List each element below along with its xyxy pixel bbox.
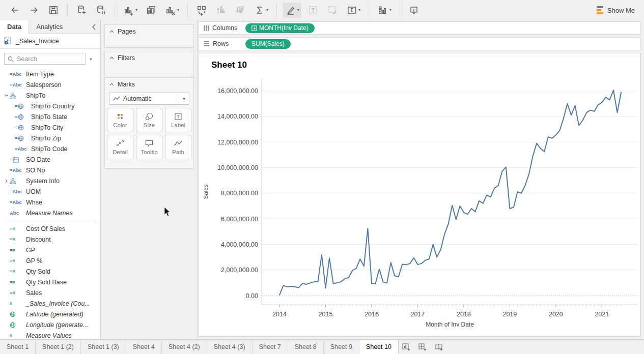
dimensions-measures-divider — [4, 221, 96, 221]
redo-button[interactable] — [26, 3, 42, 18]
totals-button[interactable]: ▾ — [252, 3, 270, 18]
sheet-tab-sheet-9[interactable]: Sheet 9 — [324, 340, 359, 354]
fit-selector-button[interactable]: ▾ — [344, 3, 362, 18]
duplicate-sheet-button[interactable] — [144, 3, 159, 18]
tab-analytics[interactable]: Analytics — [29, 20, 70, 34]
sheet-tab-sheet-4[interactable]: Sheet 4 — [126, 340, 162, 354]
search-input[interactable] — [17, 55, 73, 63]
field-label: Cost Of Sales — [26, 225, 65, 232]
label-button[interactable]: Label — [165, 108, 191, 132]
dimension-field[interactable]: =ShipTo City — [0, 122, 100, 133]
swap-rows-columns-button[interactable] — [194, 3, 209, 18]
vertical-scrollbar[interactable] — [640, 53, 644, 337]
measure-field[interactable]: =#Cost Of Sales — [0, 223, 100, 234]
detail-button[interactable]: Detail — [107, 135, 133, 159]
search-options-caret-icon[interactable]: ▾ — [90, 56, 92, 62]
dimension-field[interactable]: System Info — [0, 175, 100, 186]
path-button[interactable]: Path — [165, 135, 191, 159]
field-label: Longitude (generate... — [26, 321, 88, 329]
collapse-chevron-icon[interactable] — [3, 94, 10, 97]
sheet-tab-sheet-4-2-[interactable]: Sheet 4 (2) — [162, 340, 207, 354]
measure-field[interactable]: =#Sales — [0, 287, 100, 298]
toolbar-separator — [276, 4, 277, 17]
pause-auto-updates-button[interactable] — [93, 3, 108, 18]
sales-line[interactable] — [279, 90, 621, 295]
collapse-pane-button[interactable] — [92, 20, 100, 34]
sheet-tab-sheet-4-3-[interactable]: Sheet 4 (3) — [207, 340, 253, 354]
mark-type-caret-icon[interactable]: ▾ — [179, 93, 189, 104]
dimension-field[interactable]: =ShipTo State — [0, 111, 100, 122]
dimension-field[interactable]: =ShipTo Zip — [0, 133, 100, 143]
dimension-field[interactable]: AbcMeasure Names — [0, 208, 100, 218]
save-button[interactable] — [46, 3, 61, 18]
toolbar-separator — [67, 4, 68, 17]
show-me-button[interactable]: Show Me — [597, 4, 635, 17]
sheet-tab-sheet-8[interactable]: Sheet 8 — [288, 340, 324, 354]
color-button[interactable]: Color — [107, 108, 133, 132]
hierarchy-field-icon — [10, 93, 26, 99]
marks-buttons: ColorSizeLabelDetailTooltipPath — [105, 108, 193, 159]
sales-line-chart[interactable]: 0.002,000,000.004,000,000.006,000,000.00… — [199, 53, 640, 336]
expand-chevron-icon[interactable] — [3, 179, 10, 183]
filters-label: Filters — [118, 54, 135, 62]
measure-field[interactable]: =#GP % — [0, 255, 100, 266]
calendar-field-icon: = — [10, 157, 26, 163]
dimension-field[interactable]: =AbcWhse — [0, 197, 100, 208]
field-label: Whse — [26, 199, 42, 206]
measure-field[interactable]: #_Sales_Invoice (Cou... — [0, 298, 100, 309]
dimension-field[interactable]: =AbcShipTo Code — [0, 143, 100, 154]
dimension-field[interactable]: =AbcSO No — [0, 165, 100, 175]
rows-shelf[interactable]: Rows SUM(Sales) — [198, 37, 640, 50]
size-button[interactable]: Size — [136, 108, 162, 132]
mark-type-dropdown[interactable]: Automatic ▾ — [109, 93, 189, 105]
new-worksheet-tab-button[interactable] — [399, 340, 415, 354]
dimension-field[interactable]: =AbcUOM — [0, 186, 100, 197]
rows-pill[interactable]: SUM(Sales) — [245, 39, 291, 49]
columns-shelf[interactable]: Columns MONTH(Inv Date) — [198, 21, 640, 35]
measure-field[interactable]: =#Discount — [0, 234, 100, 245]
sheet-tab-sheet-10[interactable]: Sheet 10 — [359, 340, 399, 354]
expand-date-icon — [251, 25, 257, 31]
dimension-field[interactable]: =AbcSalesperson — [0, 79, 100, 90]
new-data-source-button[interactable] — [74, 3, 89, 18]
new-story-tab-button[interactable] — [431, 340, 447, 354]
pages-shelf[interactable]: Pages — [104, 24, 194, 48]
sheet-tab-sheet-7[interactable]: Sheet 7 — [253, 340, 288, 354]
duplicate-icon — [146, 5, 157, 16]
sheet-tab-sheet-1[interactable]: Sheet 1 — [0, 340, 36, 354]
search-row: ▾ — [0, 49, 100, 69]
dimension-field[interactable]: =ShipTo Country — [0, 101, 100, 111]
clear-sheet-button[interactable]: ▾ — [163, 3, 181, 18]
data-source-item[interactable]: _Sales_Invoice — [0, 34, 100, 49]
data-pane-tabs: Data Analytics — [0, 20, 100, 34]
toolbar-separator — [187, 4, 188, 17]
toolbar-separator — [400, 4, 400, 17]
sheet-tab-bar: Sheet 1Sheet 1 (2)Sheet 1 (3)Sheet 4Shee… — [0, 339, 644, 354]
sheet-tab-sheet-1-3-[interactable]: Sheet 1 (3) — [81, 340, 126, 354]
sheet-tab-sheet-1-2-[interactable]: Sheet 1 (2) — [36, 340, 81, 354]
dimension-field[interactable]: =SO Date — [0, 154, 100, 165]
cell-size-button[interactable]: ▾ — [375, 3, 394, 18]
field-label: GP — [26, 247, 35, 254]
new-dashboard-tab-button[interactable] — [415, 340, 431, 354]
columns-pill[interactable]: MONTH(Inv Date) — [245, 23, 315, 33]
measure-field[interactable]: =#Qty Sold Base — [0, 277, 100, 287]
dimension-field[interactable]: =AbcItem Type — [0, 69, 100, 79]
tab-data[interactable]: Data — [0, 20, 29, 34]
worksheet-view[interactable]: 0.002,000,000.004,000,000.006,000,000.00… — [198, 53, 640, 337]
new-worksheet-button[interactable]: ▾ — [121, 3, 139, 18]
tooltip-button[interactable]: Tooltip — [136, 135, 162, 159]
measure-field[interactable]: Longitude (generate... — [0, 319, 100, 330]
filters-shelf[interactable]: Filters — [104, 51, 194, 75]
rows-pills: SUM(Sales) — [241, 39, 291, 49]
search-box[interactable] — [4, 53, 86, 65]
caret-down-icon: ▾ — [358, 8, 360, 12]
measure-field[interactable]: =#Qty Sold — [0, 266, 100, 277]
measure-field[interactable]: =#GP — [0, 245, 100, 255]
measure-field[interactable]: Latitude (generated) — [0, 309, 100, 319]
highlight-button[interactable]: ▾ — [283, 3, 301, 18]
undo-button[interactable] — [7, 3, 22, 18]
dimension-field[interactable]: ShipTo — [0, 90, 100, 101]
presentation-mode-button[interactable] — [406, 3, 422, 18]
chevron-up-icon — [109, 56, 114, 60]
